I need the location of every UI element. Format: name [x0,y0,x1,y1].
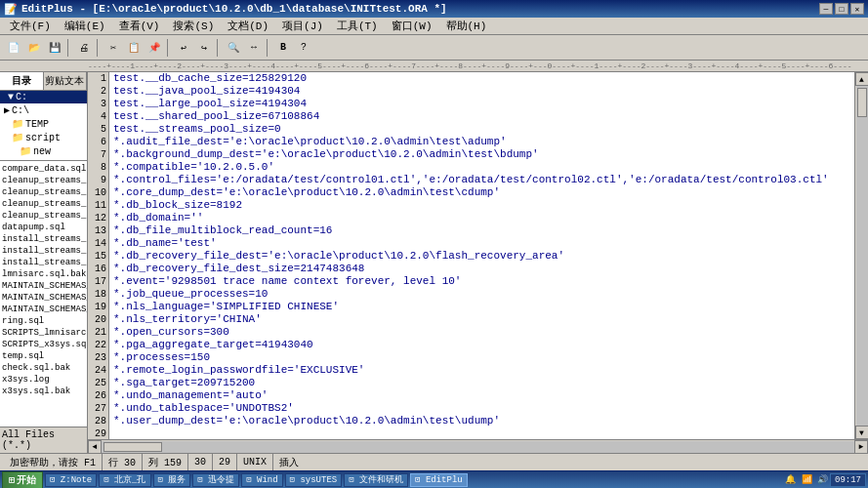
status-sel1: 30 [188,454,213,470]
menu-item-H[interactable]: 帮助(H) [440,18,493,34]
taskbar-item-1[interactable]: ⊡ 北京_孔 [99,473,150,487]
window-title: EditPlus - [E:\oracle\product\10.2.0\db_… [21,3,447,15]
file-item[interactable]: ring.sql [0,315,87,327]
menu-item-D[interactable]: 文档(D) [222,18,274,34]
taskbar-item-0[interactable]: ⊡ Z:Note [45,473,97,487]
title-bar: 📝 EditPlus - [E:\oracle\product\10.2.0\d… [0,0,868,18]
tree-item-temp[interactable]: 📁 TEMP [0,117,87,131]
line-number: 2 [88,85,106,98]
tree-item-drive[interactable]: ▼ C: [0,91,87,103]
tab-directory[interactable]: 目录 [0,72,44,90]
line-numbers: 1234567891011121314151617181920212223242… [88,72,109,439]
scroll-track[interactable] [856,86,868,426]
file-item[interactable]: MAINTAIN_SCHEMAS_SCF... [0,280,87,292]
code-line: *.nls_language='SIMPLIFIED CHINESE' [113,301,854,313]
scroll-thumb[interactable] [857,88,867,117]
taskbar-item-3[interactable]: ⊡ 迅令提 [192,473,239,487]
close-button[interactable]: ✕ [850,3,864,15]
file-item[interactable]: cleanup_streams_x3sys_env... [0,210,87,222]
file-item[interactable]: SCRIPTS_lmnisarc.sql [0,327,87,339]
file-item[interactable]: cleanup_streams_lmnisarc.sql [0,175,87,186]
help-button[interactable]: ? [294,38,313,58]
code-view[interactable]: test.__db_cache_size=125829120test.__jav… [109,72,854,439]
file-item[interactable]: cleanup_streams_x3sys.sql [0,198,87,210]
hscroll-right-button[interactable]: ► [854,440,868,454]
code-line: *.audit_file_dest='e:\oracle\product\10.… [113,136,854,148]
menu-item-J[interactable]: 项目(J) [276,18,329,34]
cut-button[interactable]: ✂ [103,38,123,58]
toolbar-sep-2 [97,39,101,57]
hscroll-thumb[interactable] [103,442,162,452]
print-button[interactable]: 🖨 [74,38,94,58]
new-button[interactable]: 📄 [4,38,23,58]
toolbar-sep-5 [267,39,270,57]
save-button[interactable]: 💾 [45,38,64,58]
taskbar-item-6[interactable]: ⊡ 文件和研机 [344,473,408,487]
minimize-button[interactable]: ─ [819,3,833,15]
code-line: *.event='9298501 trace name context fore… [113,275,854,288]
file-item[interactable]: check.sql.bak [0,362,87,374]
file-item[interactable]: MAINTAIN_SCHEMAS_SCF... [0,292,87,304]
bold-button[interactable]: B [273,38,293,58]
taskbar-item-editplus[interactable]: ⊡ EditPlu [410,473,468,487]
menu-item-F[interactable]: 文件(F) [4,18,57,34]
tree-item-new[interactable]: 📁 new [0,144,87,158]
line-number: 23 [88,351,106,364]
file-item[interactable]: install_streams_lmnisarc.sql [0,233,87,245]
code-line: *.nls_territory='CHINA' [113,313,854,326]
file-item[interactable]: SCRIPTS_x3sys.sql [0,339,87,350]
taskbar-item-2[interactable]: ⊡ 服务 [153,473,191,487]
app-icon: 📝 [4,3,18,16]
tree-item-script[interactable]: 📁 script [0,131,87,144]
taskbar-item-4[interactable]: ⊡ Wind [241,473,282,487]
file-item[interactable]: cleanup_streams_lmnisarc_e... [0,186,87,198]
code-line [113,427,854,439]
redo-button[interactable]: ↪ [194,38,214,58]
paste-button[interactable]: 📌 [145,38,164,58]
code-line: *.db_domain='' [113,212,854,224]
replace-button[interactable]: ↔ [244,38,264,58]
sidebar-tabs: 目录 剪贴文本 [0,72,87,91]
line-number: 15 [88,250,106,263]
ruler-text: ----+----1----+----2----+----3----+----4… [88,61,852,70]
open-button[interactable]: 📂 [24,38,44,58]
menu-item-T[interactable]: 工具(T) [331,18,384,34]
file-item[interactable]: x3sys.sql.bak [0,386,87,397]
file-item[interactable]: temp.sql [0,350,87,362]
menu-item-S[interactable]: 搜索(S) [167,18,220,34]
vertical-scrollbar[interactable]: ▲ ▼ [854,72,868,439]
hscroll-left-button[interactable]: ◄ [88,440,102,454]
file-item[interactable]: datapump.sql [0,222,87,233]
menu-item-V[interactable]: 查看(V) [113,18,166,34]
line-number: 4 [88,110,106,123]
scroll-down-button[interactable]: ▼ [855,426,869,439]
undo-button[interactable]: ↩ [174,38,193,58]
sidebar-tree[interactable]: ▼ C: ▶ C:\ 📁 TEMP 📁 script 📁 new compare… [0,91,87,427]
taskbar-item-5[interactable]: ⊡ sysUTES [285,473,343,487]
horizontal-scrollbar[interactable]: ◄ ► [88,439,868,453]
tree-item-ca[interactable]: ▶ C:\ [0,103,87,117]
line-number: 22 [88,339,106,351]
file-item[interactable]: install_streams_lmnisarc_new... [0,245,87,257]
scroll-up-button[interactable]: ▲ [855,72,869,86]
toolbar: 📄 📂 💾 🖨 ✂ 📋 📌 ↩ ↪ 🔍 ↔ B ? [0,35,868,61]
line-number: 20 [88,313,106,326]
status-bar: 加密帮助，请按 F1 行 30 列 159 30 29 UNIX 插入 [0,453,868,470]
file-item[interactable]: lmnisarc.sql.bak [0,268,87,280]
file-item[interactable]: MAINTAIN_SCHEMAS_SCF... [0,304,87,315]
editor-area: 1234567891011121314151617181920212223242… [88,72,868,453]
menu-item-W[interactable]: 窗口(W) [386,18,438,34]
toolbar-sep-4 [217,39,221,57]
start-button[interactable]: ⊞ 开始 [2,471,43,489]
maximize-button[interactable]: □ [835,3,848,15]
copy-button[interactable]: 📋 [124,38,144,58]
hscroll-track[interactable] [102,441,854,453]
code-line: *.db_name='test' [113,237,854,250]
file-item[interactable]: install_streams_x3sys_new_s... [0,257,87,268]
file-item[interactable]: x3sys.log [0,374,87,386]
tab-clipboard[interactable]: 剪贴文本 [44,72,88,90]
search-button[interactable]: 🔍 [224,38,243,58]
code-line: *.db_recovery_file_dest_size=2147483648 [113,263,854,275]
file-item[interactable]: compare_data.sql [0,163,87,175]
menu-item-E[interactable]: 编辑(E) [59,18,111,34]
